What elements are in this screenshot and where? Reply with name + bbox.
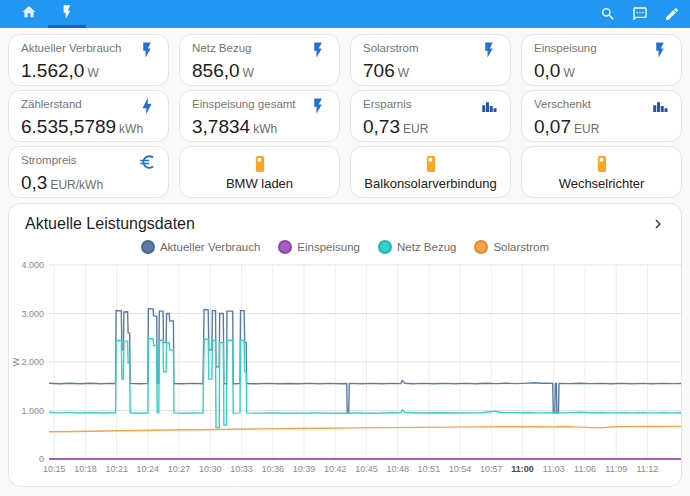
card-header: Solarstrom: [363, 42, 498, 59]
flash-icon: [651, 41, 669, 59]
card-header: Netz Bezug: [192, 42, 327, 59]
svg-text:W: W: [11, 357, 21, 366]
card-zahlerstand[interactable]: Zählerstand6.535,5789kWh: [8, 90, 169, 142]
card-value: 0,0W: [534, 60, 669, 82]
svg-text:10:54: 10:54: [449, 464, 472, 474]
card-title: Ersparnis: [363, 98, 412, 110]
card-title: Zählerstand: [21, 98, 82, 110]
legend-item-aktueller-verbrauch[interactable]: Aktueller Verbrauch: [141, 240, 260, 254]
svg-text:2.000: 2.000: [21, 357, 44, 367]
svg-text:10:45: 10:45: [355, 464, 378, 474]
sensor-unit: EUR/kWh: [50, 178, 103, 192]
card-header: Ersparnis: [363, 98, 498, 115]
card-title: Netz Bezug: [192, 42, 251, 54]
svg-text:11:12: 11:12: [637, 464, 659, 474]
view-tabs: [10, 0, 86, 28]
sensor-value: 6.535,5789: [21, 116, 116, 137]
legend-item-solarstrom[interactable]: Solarstrom: [474, 240, 549, 254]
sensor-value: 856,0: [192, 60, 240, 81]
card-strompreis[interactable]: Strompreis0,3EUR/kWh: [8, 146, 169, 198]
flash-icon: [309, 41, 327, 59]
card-value: 856,0W: [192, 60, 327, 82]
card-value: 706W: [363, 60, 498, 82]
tab-energy[interactable]: [48, 0, 86, 28]
card-solarstrom[interactable]: Solarstrom706W: [350, 34, 511, 86]
sensor-unit: EUR: [403, 122, 428, 136]
legend-label: Einspeisung: [297, 241, 360, 253]
button-label: BMW laden: [226, 176, 293, 191]
sensor-unit: W: [87, 66, 98, 80]
card-header: Einspeisung gesamt: [192, 98, 327, 115]
card-wechselrichter[interactable]: Wechselrichter: [521, 146, 682, 198]
top-app-bar: [0, 0, 690, 28]
legend-label: Solarstrom: [493, 241, 549, 253]
card-einspeisung-gesamt[interactable]: Einspeisung gesamt3,7834kWh: [179, 90, 340, 142]
svg-text:0: 0: [39, 454, 44, 464]
currency-eur-icon: [138, 153, 156, 171]
legend-item-netz-bezug[interactable]: Netz Bezug: [378, 240, 456, 254]
card-ersparnis[interactable]: Ersparnis0,73EUR: [350, 90, 511, 142]
card-value: 6.535,5789kWh: [21, 116, 156, 138]
section-title: Aktuelle Leistungsdaten: [25, 215, 195, 233]
chevron-right-icon[interactable]: [649, 215, 667, 233]
svg-text:10:42: 10:42: [324, 464, 347, 474]
legend-label: Aktueller Verbrauch: [160, 241, 260, 253]
tab-home[interactable]: [10, 0, 48, 28]
svg-text:10:18: 10:18: [74, 464, 97, 474]
flash-icon: [138, 41, 156, 59]
chart-legend: Aktueller VerbrauchEinspeisungNetz Bezug…: [9, 237, 681, 257]
pencil-icon[interactable]: [664, 6, 680, 22]
svg-text:10:24: 10:24: [137, 464, 160, 474]
card-title: Solarstrom: [363, 42, 419, 54]
sensor-unit: kWh: [119, 122, 143, 136]
card-title: Strompreis: [21, 154, 77, 166]
card-value: 1.562,0W: [21, 60, 156, 82]
flash-icon: [480, 41, 498, 59]
legend-item-einspeisung[interactable]: Einspeisung: [278, 240, 360, 254]
search-icon[interactable]: [600, 6, 616, 22]
svg-text:10:33: 10:33: [230, 464, 253, 474]
card-bmw-laden[interactable]: BMW laden: [179, 146, 340, 198]
card-title: Verschenkt: [534, 98, 591, 110]
legend-color-dot: [141, 240, 155, 254]
finance-icon: [651, 97, 669, 115]
card-title: Einspeisung: [534, 42, 597, 54]
power-plug-icon: [592, 154, 612, 174]
card-header: Einspeisung: [534, 42, 669, 59]
card-value: 0,07EUR: [534, 116, 669, 138]
sensor-value: 0,73: [363, 116, 400, 137]
svg-text:11:09: 11:09: [605, 464, 627, 474]
chart-area: 10:1510:1810:2110:2410:2710:3010:3310:36…: [9, 259, 681, 487]
sensor-value: 0,3: [21, 172, 47, 193]
card-balkonsolarverbindung[interactable]: Balkonsolarverbindung: [350, 146, 511, 198]
legend-color-dot: [278, 240, 292, 254]
svg-text:10:36: 10:36: [262, 464, 285, 474]
card-header: Aktueller Verbrauch: [21, 42, 156, 59]
card-verschenkt[interactable]: Verschenkt0,07EUR: [521, 90, 682, 142]
card-title: Einspeisung gesamt: [192, 98, 296, 110]
svg-text:1.000: 1.000: [21, 406, 44, 416]
card-einspeisung[interactable]: Einspeisung0,0W: [521, 34, 682, 86]
chat-icon[interactable]: [632, 6, 648, 22]
legend-color-dot: [474, 240, 488, 254]
cards-grid: Aktueller Verbrauch1.562,0WNetz Bezug856…: [8, 34, 682, 198]
card-header: Verschenkt: [534, 98, 669, 115]
svg-text:10:15: 10:15: [43, 464, 66, 474]
sensor-value: 0,0: [534, 60, 560, 81]
card-header: Strompreis: [21, 154, 156, 171]
button-label: Wechselrichter: [559, 176, 645, 191]
svg-text:11:06: 11:06: [574, 464, 596, 474]
topbar-actions: [600, 6, 680, 22]
legend-label: Netz Bezug: [397, 241, 456, 253]
sensor-value: 706: [363, 60, 395, 81]
svg-text:10:57: 10:57: [480, 464, 503, 474]
power-plug-icon: [421, 154, 441, 174]
sensor-unit: W: [243, 66, 254, 80]
sensor-value: 0,07: [534, 116, 571, 137]
svg-text:10:39: 10:39: [293, 464, 316, 474]
card-title: Aktueller Verbrauch: [21, 42, 121, 54]
home-icon: [21, 4, 37, 24]
svg-text:10:27: 10:27: [168, 464, 191, 474]
card-netz-bezug[interactable]: Netz Bezug856,0W: [179, 34, 340, 86]
card-aktueller-verbrauch[interactable]: Aktueller Verbrauch1.562,0W: [8, 34, 169, 86]
